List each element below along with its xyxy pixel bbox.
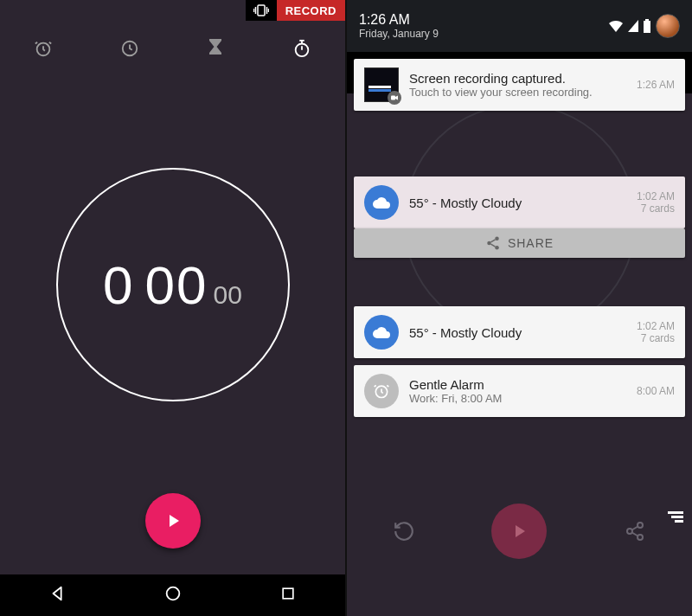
svg-rect-9 bbox=[283, 588, 293, 599]
tab-timer[interactable] bbox=[205, 38, 226, 59]
notification-alarm[interactable]: Gentle Alarm Work: Fri, 8:00 AM 8:00 AM bbox=[354, 365, 685, 417]
svg-rect-12 bbox=[391, 96, 395, 100]
notification-subtitle: Work: Fri, 8:00 AM bbox=[409, 392, 637, 405]
cell-signal-icon bbox=[628, 20, 638, 32]
status-time: 1:26 AM bbox=[359, 12, 439, 28]
notification-title: 55° - Mostly Cloudy bbox=[409, 196, 637, 210]
shade-gap bbox=[354, 118, 685, 170]
svg-point-13 bbox=[495, 237, 499, 241]
notification-title: 55° - Mostly Cloudy bbox=[409, 325, 637, 340]
play-icon bbox=[163, 510, 183, 531]
svg-rect-11 bbox=[645, 19, 649, 21]
status-date: Friday, January 9 bbox=[359, 28, 439, 40]
cloud-icon bbox=[364, 315, 399, 350]
nav-back[interactable] bbox=[48, 584, 67, 606]
stopwatch-seconds: 00 bbox=[145, 254, 208, 316]
notification-title: Screen recording captured. bbox=[409, 71, 637, 86]
tab-clock[interactable] bbox=[119, 38, 140, 59]
cloud-icon bbox=[364, 185, 399, 220]
vibrate-icon bbox=[246, 0, 277, 21]
svg-point-14 bbox=[487, 241, 491, 246]
notification-count: 7 cards bbox=[637, 202, 675, 215]
stopwatch-display: 0 00 00 bbox=[0, 76, 345, 493]
phone-right-notification-shade: 1:26 AM Friday, January 9 0 00 00 bbox=[345, 0, 692, 616]
stopwatch-centiseconds: 00 bbox=[214, 280, 242, 310]
battery-icon bbox=[644, 19, 650, 33]
notification-time: 1:26 AM bbox=[637, 79, 675, 91]
wifi-icon bbox=[609, 20, 623, 32]
share-label: SHARE bbox=[508, 236, 554, 250]
notification-count: 7 cards bbox=[637, 332, 675, 344]
notification-shade[interactable]: Screen recording captured. Touch to view… bbox=[347, 52, 692, 574]
nav-home[interactable] bbox=[163, 584, 183, 606]
notification-action-share[interactable]: SHARE bbox=[354, 228, 685, 258]
nav-recent[interactable] bbox=[279, 585, 297, 606]
stopwatch-time: 0 00 00 bbox=[103, 254, 242, 316]
svg-point-8 bbox=[167, 587, 180, 600]
share-icon bbox=[485, 235, 501, 251]
quick-settings-handle[interactable] bbox=[668, 511, 683, 523]
notification-weather[interactable]: 55° - Mostly Cloudy 1:02 AM 7 cards bbox=[354, 306, 685, 358]
user-avatar[interactable] bbox=[656, 14, 680, 38]
notification-subtitle: Touch to view your screen recording. bbox=[409, 86, 637, 99]
notification-screen-recording[interactable]: Screen recording captured. Touch to view… bbox=[354, 59, 685, 111]
screenrec-thumbnail-icon bbox=[364, 67, 399, 102]
clock-tabs bbox=[0, 21, 345, 76]
notification-weather-expanded[interactable]: 55° - Mostly Cloudy 1:02 AM 7 cards bbox=[354, 176, 685, 228]
svg-rect-10 bbox=[644, 21, 650, 33]
shade-gap bbox=[354, 265, 685, 299]
play-button[interactable] bbox=[145, 493, 201, 549]
status-bar[interactable]: 1:26 AM Friday, January 9 bbox=[347, 0, 692, 52]
notification-time: 1:02 AM bbox=[637, 320, 675, 332]
stopwatch-circle: 0 00 00 bbox=[56, 168, 290, 401]
tab-alarm[interactable] bbox=[33, 38, 54, 59]
alarm-icon bbox=[364, 374, 399, 408]
notification-time: 1:02 AM bbox=[637, 190, 675, 202]
phone-left-stopwatch: RECORD 0 00 00 bbox=[0, 0, 345, 616]
svg-point-15 bbox=[495, 246, 499, 250]
record-button[interactable]: RECORD bbox=[277, 0, 345, 21]
android-navbar bbox=[0, 574, 345, 616]
notification-time: 8:00 AM bbox=[637, 385, 675, 397]
stopwatch-minutes: 0 bbox=[103, 254, 132, 316]
status-datetime: 1:26 AM Friday, January 9 bbox=[359, 12, 439, 40]
svg-rect-0 bbox=[258, 5, 265, 16]
status-icons bbox=[609, 14, 680, 38]
notification-title: Gentle Alarm bbox=[409, 377, 637, 392]
tab-stopwatch[interactable] bbox=[292, 38, 312, 59]
record-bar: RECORD bbox=[246, 0, 345, 21]
